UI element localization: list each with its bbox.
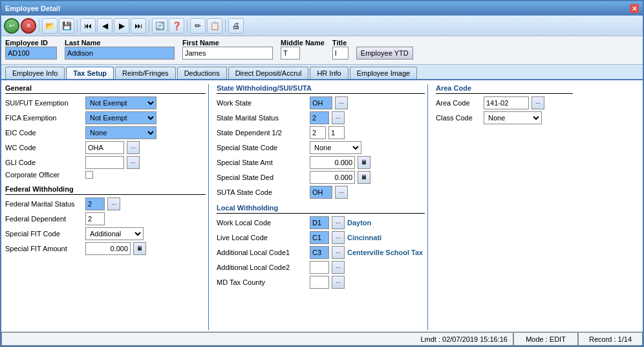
add-local1-label: Additional Local Code1 [217, 249, 307, 256]
first-button[interactable]: ⏮ [80, 18, 96, 34]
sui-fut-label: SUI/FUT Exemption [5, 99, 83, 107]
work-local-name: Dayton [347, 219, 371, 227]
tab-tax-setup[interactable]: Tax Setup [66, 67, 114, 79]
special-amt-calc[interactable]: 🖩 [358, 156, 370, 169]
add-local1-input[interactable] [310, 246, 329, 259]
md-tax-row: MD Tax County ··· [217, 276, 425, 289]
area-code-dots[interactable]: ··· [531, 96, 544, 109]
special-state-code-label: Special State Code [217, 144, 307, 151]
print-button[interactable]: 🖨 [228, 18, 244, 34]
local-title: Local Withholding [217, 204, 425, 214]
employee-ytd-button[interactable]: Employee YTD [356, 47, 413, 60]
mode-segment: Mode : EDIT [513, 332, 578, 346]
live-local-row: Live Local Code ··· Cincinnati [217, 231, 425, 244]
stop-button[interactable]: ✕ [21, 18, 36, 34]
suta-input[interactable] [310, 186, 332, 199]
area-code-title: Area Code [436, 84, 573, 94]
toolbar: ↩ ✕ 📂 💾 ⏮ ◀ ▶ ⏭ 🔄 ❓ ✏ 📋 🖨 [1, 16, 643, 36]
area-code-input[interactable] [484, 96, 529, 109]
sui-fut-select[interactable]: Not Exempt [85, 96, 156, 109]
state-marital-input[interactable] [310, 111, 329, 124]
refresh-button[interactable]: 🔄 [152, 18, 167, 34]
first-name-input[interactable] [182, 47, 273, 60]
gli-input[interactable] [85, 156, 124, 169]
add-local1-name: Centerville School Tax [347, 249, 423, 256]
special-fit-code-select[interactable]: Additional [85, 227, 144, 240]
general-title: General [5, 84, 206, 94]
title-input[interactable] [332, 47, 349, 60]
last-button[interactable]: ⏭ [131, 18, 146, 34]
status-bar: Lmdt : 02/07/2019 15:16:16 Mode : EDIT R… [1, 331, 643, 346]
federal-dependent-input[interactable] [85, 212, 105, 225]
suta-label: SUTA State Code [217, 188, 307, 196]
corp-officer-checkbox[interactable] [85, 171, 93, 179]
copy-button[interactable]: 📋 [207, 18, 222, 34]
state-dep1-input[interactable] [310, 126, 326, 139]
gli-row: GLI Code ··· [5, 156, 206, 169]
special-state-ded-input[interactable] [310, 171, 355, 184]
back-button[interactable]: ↩ [4, 18, 19, 34]
special-fit-amount-label: Special FIT Amount [5, 245, 83, 252]
wc-label: WC Code [5, 144, 83, 151]
add-local1-dots[interactable]: ··· [332, 246, 345, 259]
open-button[interactable]: 📂 [42, 18, 58, 34]
middle-name-label: Middle Name [281, 39, 325, 47]
state-marital-row: State Marital Status ··· [217, 111, 425, 124]
md-tax-dots[interactable]: ··· [332, 276, 345, 289]
toolbar-sep-3 [149, 19, 149, 32]
prev-button[interactable]: ◀ [97, 18, 113, 34]
fica-select[interactable]: Not Exempt [85, 111, 156, 124]
save-button[interactable]: 💾 [59, 18, 74, 34]
wc-row: WC Code ··· [5, 141, 206, 154]
eic-label: EIC Code [5, 129, 83, 137]
special-state-amt-label: Special State Amt [217, 159, 307, 166]
last-name-label: Last Name [65, 39, 175, 47]
federal-marital-input[interactable] [85, 197, 105, 210]
middle-name-input[interactable] [281, 47, 300, 60]
fit-amount-calc-button[interactable]: 🖩 [133, 242, 146, 255]
special-state-amt-input[interactable] [310, 156, 355, 169]
federal-title: Federal Withholding [5, 185, 206, 195]
md-tax-input[interactable] [310, 276, 329, 289]
federal-marital-dots[interactable]: ··· [107, 197, 120, 210]
eic-select[interactable]: None [85, 126, 156, 139]
special-state-ded-row: Special State Ded 🖩 [217, 171, 425, 184]
live-local-label: Live Local Code [217, 234, 307, 241]
gli-dots-button[interactable]: ··· [127, 156, 140, 169]
live-local-input[interactable] [310, 231, 329, 244]
wc-input[interactable] [85, 141, 124, 154]
edit-button[interactable]: ✏ [190, 18, 206, 34]
main-window: Employee Detail ✕ ↩ ✕ 📂 💾 ⏮ ◀ ▶ ⏭ 🔄 ❓ ✏ … [0, 0, 644, 347]
tab-employee-info[interactable]: Employee Info [5, 67, 65, 79]
work-state-dots[interactable]: ··· [335, 96, 348, 109]
work-local-dots[interactable]: ··· [332, 216, 345, 229]
tab-employee-image[interactable]: Employee Image [350, 67, 418, 79]
tab-deductions[interactable]: Deductions [177, 67, 227, 79]
tab-hr-info[interactable]: HR Info [310, 67, 348, 79]
tab-reimb-fringes[interactable]: Reimb/Fringes [115, 67, 176, 79]
work-local-input[interactable] [310, 216, 329, 229]
add-local2-dots[interactable]: ··· [332, 261, 345, 274]
suta-dots[interactable]: ··· [335, 186, 348, 199]
last-name-input[interactable] [65, 47, 175, 60]
state-marital-dots[interactable]: ··· [332, 111, 345, 124]
special-fit-code-row: Special FIT Code Additional [5, 227, 206, 240]
close-button[interactable]: ✕ [630, 4, 639, 13]
employee-id-input[interactable] [5, 47, 57, 60]
special-fit-amount-input[interactable] [85, 242, 131, 255]
next-button[interactable]: ▶ [114, 18, 129, 34]
special-state-code-select[interactable]: None [310, 141, 361, 154]
corp-officer-label: Corporate Officer [5, 171, 83, 179]
wc-dots-button[interactable]: ··· [127, 141, 140, 154]
tab-direct-deposit[interactable]: Direct Deposit/Accrul [228, 67, 309, 79]
help-button[interactable]: ❓ [169, 18, 184, 34]
class-code-select[interactable]: None [484, 111, 542, 124]
live-local-dots[interactable]: ··· [332, 231, 345, 244]
work-state-input[interactable] [310, 96, 332, 109]
sui-fut-row: SUI/FUT Exemption Not Exempt [5, 96, 206, 109]
employee-id-label: Employee ID [5, 39, 57, 47]
state-dep2-input[interactable] [328, 126, 345, 139]
federal-dependent-label: Federal Dependent [5, 215, 83, 223]
special-ded-calc[interactable]: 🖩 [358, 171, 370, 184]
add-local2-input[interactable] [310, 261, 329, 274]
